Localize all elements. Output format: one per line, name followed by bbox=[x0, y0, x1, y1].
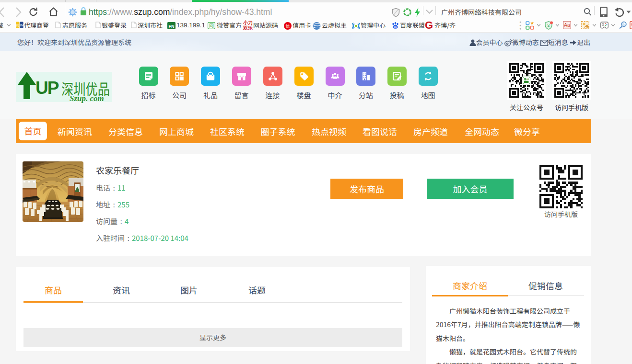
svg-text:网: 网 bbox=[209, 22, 214, 29]
svg-text:1M: 1M bbox=[19, 23, 23, 27]
svg-text:UP: UP bbox=[526, 78, 529, 81]
svg-text:du: du bbox=[394, 24, 397, 29]
svg-text:兆: 兆 bbox=[16, 23, 19, 27]
svg-text:信: 信 bbox=[285, 23, 290, 29]
svg-text:Aa: Aa bbox=[564, 22, 570, 28]
svg-text:FN: FN bbox=[169, 24, 175, 29]
svg-text:¥: ¥ bbox=[547, 22, 550, 29]
